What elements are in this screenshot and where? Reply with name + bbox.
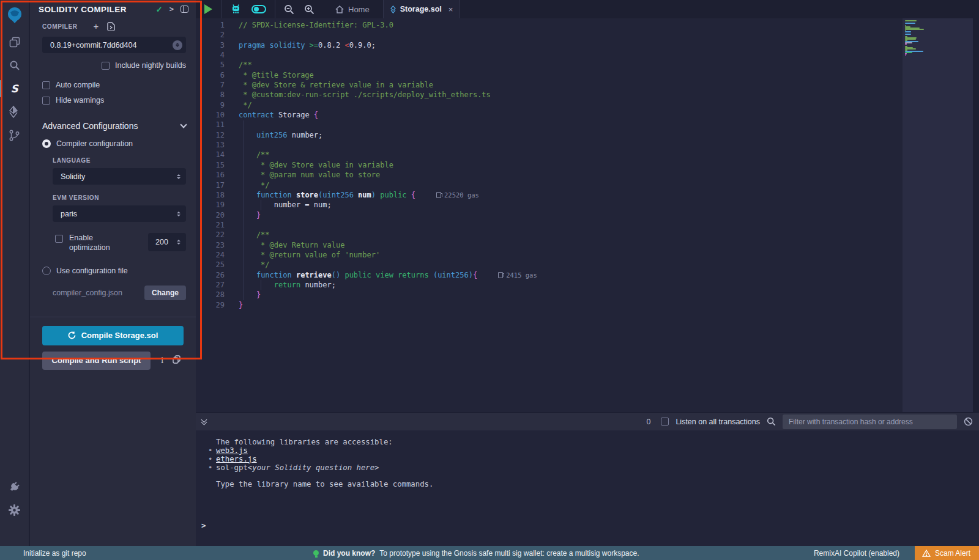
change-config-button[interactable]: Change [144, 286, 186, 300]
terminal[interactable]: The following libraries are accessible: … [196, 430, 979, 546]
minimap[interactable] [903, 18, 973, 430]
terminal-library-item: •sol-gpt <your Solidity question here> [208, 464, 979, 472]
editor-toolbar: Home Storage.sol × [196, 0, 979, 18]
code-line: 3pragma solidity >=0.8.2 <0.9.0; [196, 40, 973, 50]
info-icon[interactable]: i [161, 356, 163, 365]
terminal-library-link[interactable]: web3.js [216, 447, 248, 455]
forward-chevron-icon[interactable]: > [169, 5, 174, 13]
robot-icon [230, 4, 242, 15]
terminal-library-list: •web3.js•ethers.js•sol-gpt <your Solidit… [196, 447, 979, 472]
panel-divider [30, 317, 196, 317]
gas-pump-icon [436, 192, 441, 198]
plugin-manager-icon[interactable] [0, 475, 29, 498]
zoom-out-button[interactable] [279, 0, 299, 18]
use-configuration-file-radio[interactable] [42, 267, 51, 275]
compiler-version-select[interactable]: 0.8.19+commit.7dd6d404 [42, 37, 186, 53]
terminal-library-link[interactable]: ethers.js [216, 455, 257, 463]
code-line: 13 [196, 140, 973, 150]
copilot-toggle[interactable] [247, 0, 271, 18]
compile-success-check-icon: ✓ [156, 5, 163, 14]
code-line: 22 /** [196, 230, 973, 240]
hide-warnings-checkbox[interactable] [42, 97, 50, 105]
code-line: 29} [196, 300, 973, 310]
split-view-icon[interactable] [181, 6, 188, 13]
enable-optimization-checkbox[interactable] [55, 235, 63, 243]
terminal-header: 0 Listen on all transactions [196, 412, 979, 430]
compile-and-run-button[interactable]: Compile and Run script [42, 352, 151, 370]
terminal-intro-text: The following libraries are accessible: [216, 438, 979, 446]
terminal-library-item: •web3.js [208, 447, 979, 455]
select-carets-icon [177, 174, 181, 179]
did-you-know-title: Did you know? [323, 549, 375, 558]
panel-title: SOLIDITY COMPILER [39, 5, 149, 14]
tab-storage-sol[interactable]: Storage.sol × [383, 0, 461, 18]
close-tab-icon[interactable]: × [449, 5, 453, 14]
compiler-configuration-label: Compiler configuration [56, 139, 133, 148]
listen-all-transactions-checkbox[interactable] [661, 418, 669, 426]
deploy-run-icon[interactable] [0, 100, 29, 123]
remix-logo[interactable] [0, 0, 29, 31]
copy-icon[interactable] [173, 355, 181, 366]
compile-button[interactable]: Compile Storage.sol [42, 326, 184, 345]
solidity-file-icon [390, 6, 396, 13]
clear-block-icon[interactable] [964, 417, 973, 426]
code-line: 9 */ [196, 100, 973, 110]
code-line: 14 /** [196, 150, 973, 160]
code-line: 18 function store(uint256 num) public {2… [196, 190, 973, 200]
code-line: 16 * @param num value to store [196, 170, 973, 180]
vertical-icon-panel: S [0, 0, 29, 546]
advanced-configurations-header[interactable]: Advanced Configurations [42, 121, 186, 131]
terminal-library-item: •ethers.js [208, 455, 979, 463]
code-line: 17 */ [196, 180, 973, 190]
optimization-runs-input[interactable]: 200 [148, 233, 186, 251]
code-line: 5/** [196, 60, 973, 70]
copilot-status[interactable]: RemixAI Copilot (enabled) [814, 546, 899, 560]
version-sort-icon [173, 40, 182, 50]
code-line: 28 } [196, 290, 973, 300]
indent-guide [261, 200, 261, 210]
scam-alert-badge[interactable]: Scam Alert [915, 546, 979, 560]
ai-robot-button[interactable] [225, 0, 247, 18]
code-editor[interactable]: 1// SPDX-License-Identifier: GPL-3.023pr… [196, 18, 973, 430]
language-label: LANGUAGE [53, 157, 196, 164]
git-icon[interactable] [0, 123, 29, 147]
status-bar: Initialize as git repo Did you know? To … [0, 546, 979, 560]
listen-all-transactions-label: Listen on all transactions [676, 418, 760, 426]
zoom-out-icon [284, 4, 294, 15]
stepper-carets-icon [177, 240, 181, 245]
code-line: 10contract Storage { [196, 110, 973, 120]
code-line: 1// SPDX-License-Identifier: GPL-3.0 [196, 20, 973, 30]
open-file-icon[interactable] [107, 22, 115, 31]
enable-optimization-label: Enable optimization [69, 233, 122, 253]
toggle-icon [251, 5, 266, 13]
transaction-filter-input[interactable] [783, 414, 957, 429]
search-icon[interactable] [0, 54, 29, 77]
auto-compile-label: Auto compile [56, 81, 100, 89]
terminal-prompt[interactable]: > [201, 522, 206, 530]
main-area: Home Storage.sol × 1// SPDX-License-Iden… [196, 0, 979, 546]
evm-version-select[interactable]: paris [53, 205, 186, 222]
git-init-status-item[interactable]: Initialize as git repo [23, 549, 86, 558]
code-line: 12 uint256 number; [196, 130, 973, 140]
file-explorer-icon[interactable] [0, 31, 29, 54]
add-compiler-icon[interactable]: + [94, 23, 99, 29]
search-icon[interactable] [767, 417, 776, 426]
compiler-configuration-radio[interactable] [42, 139, 51, 148]
settings-icon[interactable] [0, 498, 29, 521]
run-script-play-button[interactable] [199, 0, 217, 18]
auto-compile-checkbox[interactable] [42, 81, 50, 89]
include-nightly-checkbox[interactable] [102, 62, 110, 70]
refresh-icon [68, 331, 76, 339]
code-line: 21 [196, 220, 973, 230]
tab-label: Storage.sol [400, 5, 442, 13]
zoom-in-button[interactable] [299, 0, 319, 18]
compiler-section-label: COMPILER [42, 23, 78, 30]
language-select[interactable]: Solidity [53, 168, 186, 185]
collapse-double-chevron-icon[interactable] [202, 419, 206, 424]
tab-home[interactable]: Home [328, 0, 377, 18]
solidity-compiler-icon[interactable]: S [0, 77, 29, 100]
code-line: 15 * @dev Store value in variable [196, 160, 973, 170]
config-file-name[interactable]: compiler_config.json [53, 289, 144, 297]
include-nightly-label: Include nightly builds [115, 61, 186, 70]
hide-warnings-label: Hide warnings [56, 96, 104, 105]
